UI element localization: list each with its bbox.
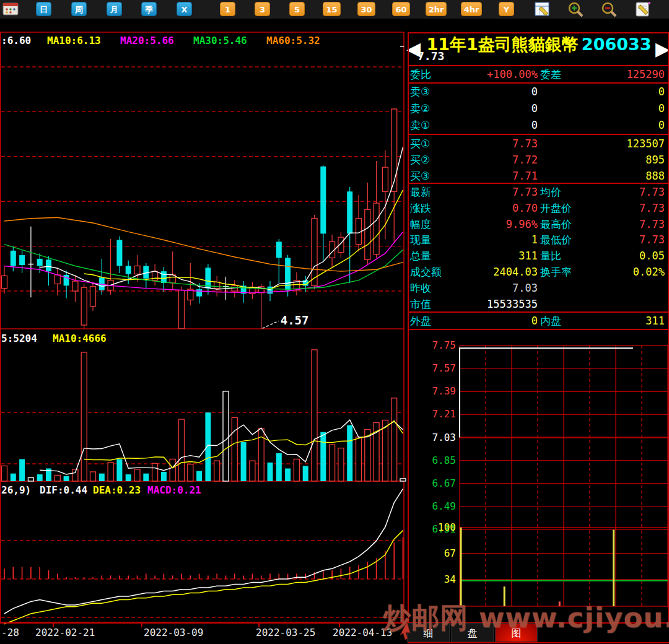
sell-row: 卖③00 [408,84,668,100]
trading-terminal-window: 日周月季X1351530602hr4hrY 4.57:6.60MA10:6.13… [0,0,669,644]
volume-ma-label: 5:5204 [1,333,37,344]
intraday-volume-label: 100 [438,521,456,533]
date-tick [53,623,54,627]
sell-level-label: 卖③ [410,84,430,100]
low-price-annotation: 4.57 [281,313,309,327]
intraday-volume-label: 34 [444,573,456,585]
stat-label: 现量 [410,232,431,248]
stat-row: 涨跌0.70开盘价7.73 [408,200,668,216]
stat-value: 7.73 [639,184,665,200]
stat-row: 成交额2404.03换手率0.02% [408,264,668,280]
buy-level-label: 买③ [410,168,430,184]
stock-name: 11年1盎司熊貓銀幣 [426,35,578,54]
macd-histogram [4,537,403,579]
intraday-price-label: 6.85 [432,455,456,466]
weicha-value: 125290 [627,66,665,82]
intraday-price-label: 7.57 [432,362,456,374]
stat-label: 开盘价 [540,200,572,216]
intraday-price-label: 7.39 [432,385,456,397]
divider [408,32,669,33]
sell-amount: 0 [658,100,665,117]
date-label: -28 [1,627,19,638]
divider [408,82,669,84]
stock-title: 11年1盎司熊貓銀幣 206033 [422,33,655,56]
ma-label: MA10:6.13 [47,35,101,46]
macd-label: 26,9) [1,484,31,496]
current-price-label: 7.73 [418,50,444,63]
stat-value: 1 [531,232,538,248]
stat-label: 总量 [410,248,431,264]
volume-bars [2,350,406,481]
intraday-price-label: 7.75 [432,339,456,351]
buy-row: 买③7.71888 [408,168,668,184]
buy-price: 7.73 [512,136,538,152]
sell-level-label: 卖① [410,117,430,134]
stat-value: 0.70 [512,200,538,216]
stat-label: 最高价 [540,216,572,232]
stat-label: 昨收 [410,280,431,296]
inner-value: 311 [645,313,665,329]
stat-row: 现量1最低价7.73 [408,232,668,248]
date-label: 2022-03-09 [144,627,203,638]
divider [408,183,669,184]
stat-value: 7.73 [639,216,665,232]
stat-value: 9.96% [506,216,538,232]
header-row: 委比+100.00%委差125290 [408,66,668,82]
divider [408,329,669,330]
sell-row: 卖②00 [408,100,668,117]
buy-price: 7.71 [512,168,538,184]
date-label: 2022-03-25 [256,627,315,638]
stat-value: 7.73 [639,200,665,216]
sell-price: 0 [531,117,538,134]
stat-value: 7.73 [512,184,538,200]
stat-label: 量比 [540,248,561,264]
intraday-volume-bar [460,528,462,606]
intraday-volume-bar [613,530,614,606]
stat-value: 0.02% [633,264,665,280]
stat-row: 市值15533535 [408,296,668,312]
weicha-label: 委差 [540,66,561,82]
sell-amount: 0 [658,84,665,100]
sell-level-label: 卖② [410,100,430,117]
intraday-price-label: 6.67 [432,477,456,489]
stat-row: 昨收7.03 [408,280,668,296]
stat-row: 总量311量比0.05 [408,248,668,264]
buy-amount: 895 [645,152,665,168]
next-stock-arrow[interactable]: ▶ [655,35,669,63]
stat-value: 0.05 [639,248,665,264]
outer-inner-row: 外盘0内盘311 [408,313,668,329]
divider [408,311,669,313]
ma-label: MA30:5.46 [193,35,247,46]
divider [408,32,409,622]
outer-label: 外盘 [410,313,431,329]
ma-label: MA60:5.32 [266,35,320,46]
intraday-price-label: 6.49 [432,500,456,512]
buy-level-label: 买② [410,152,430,168]
stat-value: 15533535 [487,296,538,312]
stat-label: 最低价 [540,232,572,248]
stat-label: 最新 [410,184,431,200]
stat-label: 换手率 [540,264,572,280]
macd-label: DIF:0.44 [40,484,87,496]
ma-label: MA20:5.66 [120,35,174,46]
volume-ma-label: MA10:4666 [53,333,107,344]
macd-label: MACD:0.21 [147,484,201,496]
stat-row: 最新7.73均价7.73 [408,184,668,200]
sell-row: 卖①00 [408,117,668,134]
buy-amount: 123507 [627,136,665,152]
stat-value: 7.73 [639,232,665,248]
macd-label: DEA:0.23 [93,484,141,496]
intraday-price-label: 7.03 [432,432,456,443]
buy-amount: 888 [645,168,665,184]
stat-label: 成交额 [410,264,442,280]
date-label: 2022-02-21 [35,627,95,638]
buy-row: 买①7.73123507 [408,136,668,152]
date-tick [141,623,142,627]
sell-price: 0 [531,100,538,117]
divider [408,134,669,135]
divider [408,65,669,66]
buy-row: 买②7.72895 [408,152,668,168]
stat-value: 2404.03 [493,264,538,280]
stat-value: 311 [518,248,538,264]
kline-chart[interactable]: 4.57:6.60MA10:6.13MA20:5.66MA30:5.46MA60… [0,0,408,644]
